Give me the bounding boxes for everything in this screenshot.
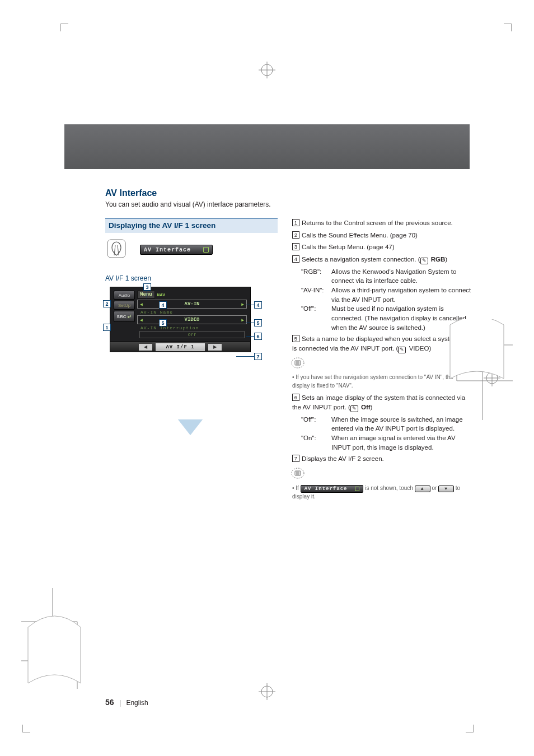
item-5: 5Sets a name to be displayed when you se… bbox=[292, 334, 471, 353]
block-heading: Displaying the AV I/F 1 screen bbox=[105, 218, 278, 233]
registration-mark-top bbox=[259, 62, 275, 78]
inline-pill-av-interface: AV Interface bbox=[301, 485, 364, 493]
continue-arrow-icon bbox=[178, 419, 278, 437]
registration-mark-bottom bbox=[259, 683, 275, 700]
interruption-value[interactable]: Off bbox=[139, 331, 245, 338]
left-triangle-icon: ◀ bbox=[140, 318, 143, 323]
callout-2: 2 bbox=[103, 300, 111, 307]
return-icon bbox=[126, 314, 132, 319]
callout-1: 1 bbox=[103, 324, 111, 331]
page-number: 56 bbox=[105, 698, 114, 707]
callout-7: 7 bbox=[254, 353, 262, 360]
default-icon: ✎ bbox=[420, 258, 428, 264]
crop-mark-tr bbox=[504, 24, 512, 31]
item-6: 6Sets an image display of the system tha… bbox=[292, 393, 471, 412]
note-2: • If AV Interface is not shown, touch ▲ … bbox=[292, 484, 471, 501]
screen-caption: AV I/F 1 screen bbox=[105, 274, 278, 282]
crop-mark-bl bbox=[22, 725, 30, 732]
callout-4: 4 bbox=[254, 301, 262, 309]
item-6-options: "Off":When the image source is switched,… bbox=[301, 415, 471, 452]
default-icon: ✎ bbox=[398, 347, 406, 353]
device-screenshot: Audio SetUp SRC bbox=[110, 287, 251, 352]
touch-icon bbox=[105, 237, 128, 262]
callout-6: 6 bbox=[254, 333, 262, 340]
inline-scroll-down-button[interactable]: ▼ bbox=[438, 486, 454, 492]
default-icon: ✎ bbox=[350, 405, 358, 412]
item-2: 2Calls the Sound Effects Menu. (page 70) bbox=[292, 231, 471, 240]
item-7: 7Displays the AV I/F 2 screen. bbox=[292, 454, 471, 464]
crop-mark-tl bbox=[60, 24, 68, 31]
numlabel-5: 5 bbox=[292, 335, 299, 342]
numlabel-4: 4 bbox=[292, 255, 299, 263]
avin-name-value: VIDEO bbox=[184, 317, 199, 323]
item-1: 1Returns to the Control screen of the pr… bbox=[292, 218, 471, 228]
right-triangle-icon: ▶ bbox=[241, 318, 244, 323]
inline-scroll-up-button[interactable]: ▲ bbox=[415, 486, 430, 492]
src-label: SRC bbox=[117, 314, 127, 319]
callout-5b: 5 bbox=[159, 319, 167, 326]
item-4: 4Selects a navigation system connection.… bbox=[292, 255, 471, 264]
book-fold-right bbox=[446, 319, 513, 420]
section-subtitle: You can set audio and visual (AV) interf… bbox=[105, 200, 471, 208]
callout-4b: 4 bbox=[159, 301, 167, 309]
numlabel-7: 7 bbox=[292, 455, 299, 462]
numlabel-3: 3 bbox=[292, 243, 299, 250]
section-title: AV Interface bbox=[105, 188, 471, 198]
callout-5: 5 bbox=[254, 319, 262, 326]
note-1: • If you have set the navigation system … bbox=[292, 374, 471, 390]
nav-top-label: NAV bbox=[157, 292, 165, 297]
page-next-button[interactable]: ▶ bbox=[208, 344, 222, 351]
note-icon bbox=[291, 357, 471, 372]
nav-select[interactable]: ◀ AV-IN ▶ bbox=[137, 300, 247, 309]
page-prev-button[interactable]: ◀ bbox=[139, 344, 152, 351]
menu-label: Menu bbox=[137, 291, 155, 298]
footer-tab: AV I/F 1 bbox=[156, 343, 205, 351]
pill-label: AV Interface bbox=[144, 247, 191, 253]
item-3: 3Calls the Setup Menu. (page 47) bbox=[292, 242, 471, 252]
nav-value: AV-IN bbox=[184, 301, 199, 307]
numlabel-2: 2 bbox=[292, 231, 299, 239]
interruption-label: AV-IN Interruption bbox=[140, 325, 247, 330]
tab-setup[interactable]: SetUp bbox=[114, 301, 135, 310]
tab-audio[interactable]: Audio bbox=[114, 291, 135, 300]
pill-indicator-icon bbox=[355, 487, 359, 491]
book-fold-left bbox=[21, 588, 94, 689]
up-triangle-icon: ▲ bbox=[421, 486, 424, 492]
header-band bbox=[64, 124, 470, 169]
page-language: English bbox=[126, 699, 148, 707]
right-triangle-icon: ▶ bbox=[241, 302, 244, 307]
down-triangle-icon: ▼ bbox=[444, 486, 448, 492]
svg-marker-12 bbox=[178, 419, 203, 435]
pill-indicator-icon bbox=[203, 247, 209, 253]
left-triangle-icon: ◀ bbox=[140, 302, 143, 307]
numlabel-6: 6 bbox=[292, 394, 299, 401]
avin-name-label: AV-IN Name bbox=[140, 310, 247, 315]
callout-3: 3 bbox=[143, 283, 151, 291]
avin-name-select[interactable]: ◀ VIDEO ▶ bbox=[137, 315, 247, 324]
numlabel-1: 1 bbox=[292, 219, 299, 226]
page-footer: 56 | English bbox=[105, 698, 148, 707]
crop-mark-br bbox=[466, 725, 474, 732]
menu-pill-av-interface[interactable]: AV Interface bbox=[140, 245, 213, 255]
note-icon bbox=[291, 467, 471, 482]
src-button[interactable]: SRC bbox=[114, 311, 135, 322]
